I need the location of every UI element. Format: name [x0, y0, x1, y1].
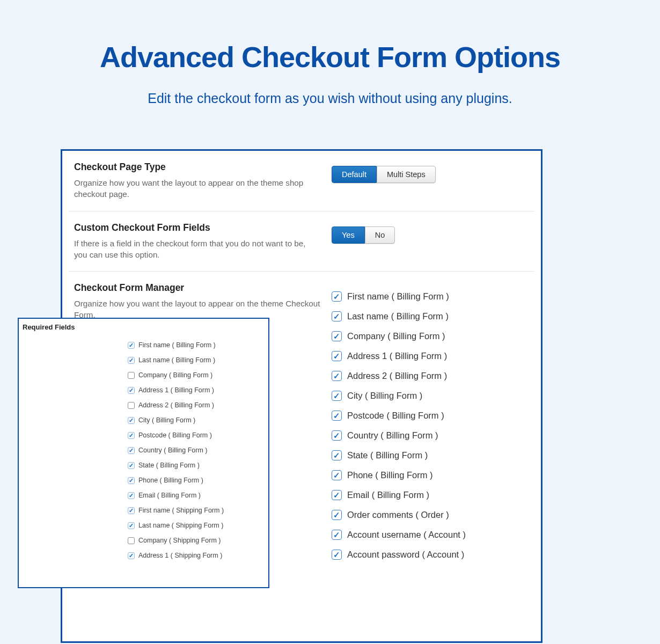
section-text: Checkout Form Manager Organize how you w…: [74, 282, 332, 321]
required-label: Address 1 ( Shipping Form ): [138, 552, 222, 559]
required-field-row: Company ( Shipping Form ): [128, 533, 268, 548]
required-label: Address 2 ( Billing Form ): [138, 401, 214, 409]
required-field-row: ✓First name ( Shipping Form ): [128, 503, 268, 518]
manager-field-row: ✓First name ( Billing Form ): [332, 287, 529, 306]
required-fields-panel: Required Fields ✓First name ( Billing Fo…: [18, 318, 269, 588]
field-label: Company ( Billing Form ): [347, 331, 445, 341]
required-fields-title: Required Fields: [19, 319, 268, 333]
field-checkbox[interactable]: ✓: [332, 351, 342, 361]
section-label: Checkout Page Type: [74, 162, 321, 173]
required-field-row: ✓Phone ( Billing Form ): [128, 473, 268, 488]
manager-field-row: ✓Account username ( Account ): [332, 525, 529, 545]
field-checkbox[interactable]: ✓: [332, 490, 342, 500]
required-checkbox[interactable]: ✓: [128, 552, 135, 559]
required-field-row: Address 2 ( Billing Form ): [128, 398, 268, 413]
required-field-row: ✓Country ( Billing Form ): [128, 443, 268, 458]
field-checkbox[interactable]: ✓: [332, 550, 342, 560]
field-label: Last name ( Billing Form ): [347, 311, 449, 321]
required-label: Last name ( Shipping Form ): [138, 522, 223, 529]
field-checkbox[interactable]: ✓: [332, 391, 342, 401]
manager-field-row: ✓Company ( Billing Form ): [332, 326, 529, 346]
required-checkbox[interactable]: ✓: [128, 342, 135, 349]
field-checkbox[interactable]: ✓: [332, 411, 342, 421]
required-checkbox[interactable]: [128, 372, 135, 379]
manager-list-container: ✓First name ( Billing Form )✓Last name (…: [332, 282, 529, 565]
section-text: Checkout Page Type Organize how you want…: [74, 162, 332, 200]
field-label: First name ( Billing Form ): [347, 291, 449, 302]
section-custom-fields: Custom Checkout Form Fields If there is …: [69, 211, 534, 272]
required-checkbox[interactable]: ✓: [128, 387, 135, 394]
section-control: Default Multi Steps: [332, 162, 529, 183]
field-label: Postcode ( Billing Form ): [347, 411, 444, 421]
required-field-row: ✓Email ( Billing Form ): [128, 488, 268, 503]
section-desc: If there is a field in the checkout form…: [74, 238, 321, 261]
field-label: City ( Billing Form ): [347, 391, 422, 401]
required-label: First name ( Shipping Form ): [138, 507, 224, 514]
field-checkbox[interactable]: ✓: [332, 450, 342, 460]
manager-field-row: ✓Account password ( Account ): [332, 545, 529, 565]
manager-field-row: ✓City ( Billing Form ): [332, 386, 529, 406]
required-field-row: ✓Address 1 ( Billing Form ): [128, 383, 268, 398]
required-checkbox[interactable]: ✓: [128, 462, 135, 469]
required-label: Company ( Billing Form ): [138, 371, 212, 379]
required-field-row: ✓Last name ( Billing Form ): [128, 353, 268, 368]
required-checkbox[interactable]: ✓: [128, 522, 135, 529]
manager-field-row: ✓State ( Billing Form ): [332, 445, 529, 465]
layout-default-button[interactable]: Default: [332, 166, 377, 183]
field-checkbox[interactable]: ✓: [332, 470, 342, 480]
required-label: City ( Billing Form ): [138, 416, 195, 424]
required-checkbox[interactable]: ✓: [128, 432, 135, 439]
required-field-row: ✓First name ( Billing Form ): [128, 338, 268, 353]
manager-field-row: ✓Last name ( Billing Form ): [332, 306, 529, 326]
required-field-row: Company ( Billing Form ): [128, 368, 268, 383]
required-checkbox[interactable]: ✓: [128, 507, 135, 514]
manager-field-row: ✓Email ( Billing Form ): [332, 485, 529, 505]
manager-field-row: ✓Country ( Billing Form ): [332, 426, 529, 445]
field-label: Order comments ( Order ): [347, 510, 449, 520]
required-label: Country ( Billing Form ): [138, 447, 208, 454]
required-field-row: ✓City ( Billing Form ): [128, 413, 268, 428]
layout-multi-steps-button[interactable]: Multi Steps: [377, 166, 436, 183]
required-checkbox[interactable]: ✓: [128, 417, 135, 424]
required-checkbox[interactable]: ✓: [128, 447, 135, 454]
required-field-row: ✓Last name ( Shipping Form ): [128, 518, 268, 533]
manager-field-row: ✓Phone ( Billing Form ): [332, 465, 529, 485]
required-checkbox[interactable]: ✓: [128, 477, 135, 484]
required-label: Email ( Billing Form ): [138, 492, 201, 499]
field-label: Account password ( Account ): [347, 550, 464, 560]
required-checkbox[interactable]: ✓: [128, 357, 135, 364]
custom-fields-yes-button[interactable]: Yes: [332, 226, 365, 244]
field-checkbox[interactable]: ✓: [332, 430, 342, 441]
custom-fields-no-button[interactable]: No: [365, 226, 395, 244]
field-label: Country ( Billing Form ): [347, 430, 438, 441]
required-label: Company ( Shipping Form ): [138, 537, 221, 544]
required-field-row: ✓State ( Billing Form ): [128, 458, 268, 473]
required-field-row: ✓Address 1 ( Shipping Form ): [128, 548, 268, 563]
section-label: Checkout Form Manager: [74, 282, 321, 294]
field-label: Account username ( Account ): [347, 530, 466, 540]
field-label: Email ( Billing Form ): [347, 490, 429, 500]
field-label: Address 2 ( Billing Form ): [347, 371, 447, 381]
field-checkbox[interactable]: ✓: [332, 530, 342, 540]
field-checkbox[interactable]: ✓: [332, 331, 342, 341]
layout-segment: Default Multi Steps: [332, 166, 436, 183]
field-checkbox[interactable]: ✓: [332, 371, 342, 381]
required-label: Phone ( Billing Form ): [138, 477, 203, 484]
required-checkbox[interactable]: [128, 537, 135, 544]
section-label: Custom Checkout Form Fields: [74, 222, 321, 233]
page-subtitle: Edit the checkout form as you wish witho…: [0, 91, 660, 106]
manager-field-row: ✓Postcode ( Billing Form ): [332, 406, 529, 426]
section-desc: Organize how you want the layout to appe…: [74, 177, 321, 200]
field-label: State ( Billing Form ): [347, 450, 428, 460]
field-checkbox[interactable]: ✓: [332, 311, 342, 321]
field-label: Phone ( Billing Form ): [347, 470, 433, 480]
section-control: Yes No: [332, 222, 529, 244]
field-checkbox[interactable]: ✓: [332, 291, 342, 302]
required-field-row: ✓Postcode ( Billing Form ): [128, 428, 268, 443]
required-checkbox[interactable]: ✓: [128, 492, 135, 499]
manager-field-row: ✓Address 2 ( Billing Form ): [332, 366, 529, 386]
required-checkbox[interactable]: [128, 402, 135, 409]
required-label: Address 1 ( Billing Form ): [138, 386, 214, 394]
manager-field-row: ✓Address 1 ( Billing Form ): [332, 346, 529, 366]
field-checkbox[interactable]: ✓: [332, 510, 342, 520]
